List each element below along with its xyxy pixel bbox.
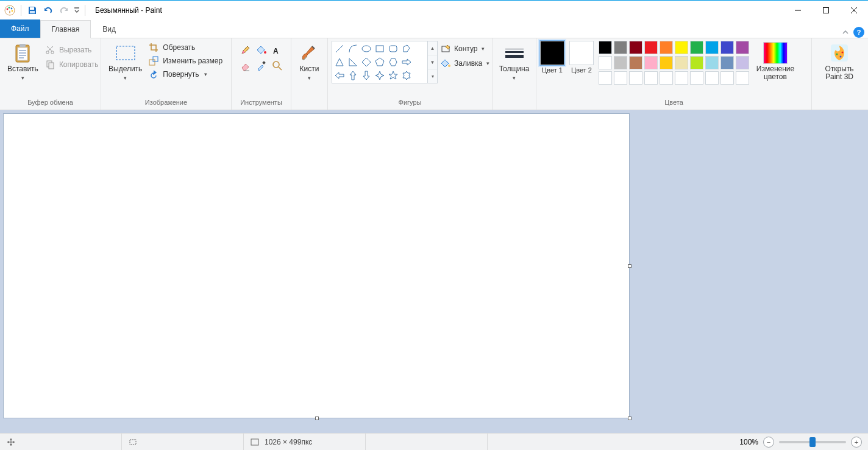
shapes-scroll[interactable]: ▲ ▼ ▾ xyxy=(428,41,438,83)
zoom-out-button[interactable]: − xyxy=(763,437,774,448)
palette-color[interactable] xyxy=(599,41,612,54)
ribbon-tabs: Файл Главная Вид ? xyxy=(0,20,868,38)
color1-button[interactable]: Цвет 1 xyxy=(540,41,564,74)
shape-polygon[interactable] xyxy=(400,42,413,55)
shape-curve[interactable] xyxy=(346,42,360,55)
group-tools: A Инструменты xyxy=(232,38,291,110)
shape-6star[interactable] xyxy=(400,69,413,82)
canvas-handle-bottom[interactable] xyxy=(315,417,319,420)
palette-color[interactable] xyxy=(675,56,688,69)
palette-color[interactable] xyxy=(614,71,627,85)
scroll-down-icon[interactable]: ▼ xyxy=(428,55,437,69)
select-button[interactable]: Выделить ▾ xyxy=(105,41,146,82)
shape-line[interactable] xyxy=(333,42,346,55)
shapes-gallery[interactable] xyxy=(332,41,428,83)
canvas-handle-right[interactable] xyxy=(628,264,631,268)
palette-color[interactable] xyxy=(690,56,703,69)
palette-color[interactable] xyxy=(629,41,642,54)
magnifier-tool[interactable] xyxy=(269,58,285,74)
tab-file[interactable]: Файл xyxy=(0,19,40,38)
shape-oval[interactable] xyxy=(360,42,373,55)
open-paint3d-button[interactable]: Открыть Paint 3D xyxy=(816,41,863,81)
zoom-slider[interactable] xyxy=(779,441,846,443)
shape-arrow-left[interactable] xyxy=(333,69,346,82)
shape-arrow-right[interactable] xyxy=(400,55,413,69)
minimize-button[interactable] xyxy=(784,1,812,20)
undo-icon[interactable] xyxy=(41,3,55,18)
pencil-tool[interactable] xyxy=(238,42,254,58)
shape-arrow-down[interactable] xyxy=(360,69,373,82)
redo-icon[interactable] xyxy=(57,3,71,18)
qat-customize-dropdown[interactable] xyxy=(73,3,81,18)
shape-5star[interactable] xyxy=(386,69,400,82)
drawing-canvas[interactable] xyxy=(4,114,629,418)
app-icon[interactable] xyxy=(2,3,17,18)
fill-bucket-icon xyxy=(440,58,451,69)
rotate-button[interactable]: Повернуть▾ xyxy=(148,69,222,80)
svg-rect-20 xyxy=(262,61,266,65)
collapse-ribbon-icon[interactable] xyxy=(841,28,850,37)
palette-color[interactable] xyxy=(690,71,703,85)
palette-color[interactable] xyxy=(690,41,703,54)
palette-color[interactable] xyxy=(644,71,658,85)
shape-4star[interactable] xyxy=(373,69,386,82)
help-icon[interactable]: ? xyxy=(853,27,864,38)
shape-arrow-up[interactable] xyxy=(346,69,360,82)
palette-color[interactable] xyxy=(644,56,658,69)
paste-button[interactable]: Вставить ▾ xyxy=(4,41,42,82)
palette-color[interactable] xyxy=(660,71,673,85)
shape-triangle[interactable] xyxy=(333,55,346,69)
shape-diamond[interactable] xyxy=(360,55,373,69)
palette-color[interactable] xyxy=(614,56,627,69)
palette-color[interactable] xyxy=(736,56,749,69)
shape-pentagon[interactable] xyxy=(373,55,386,69)
eraser-tool[interactable] xyxy=(238,58,254,74)
shape-hexagon[interactable] xyxy=(386,55,400,69)
cut-button[interactable]: Вырезать xyxy=(44,44,99,55)
tab-view[interactable]: Вид xyxy=(91,20,127,38)
palette-color[interactable] xyxy=(720,71,734,85)
tab-home[interactable]: Главная xyxy=(40,20,91,38)
save-icon[interactable] xyxy=(25,3,40,18)
palette-color[interactable] xyxy=(720,56,734,69)
workspace[interactable] xyxy=(0,110,868,433)
palette-color[interactable] xyxy=(644,41,658,54)
shapes-expand-icon[interactable]: ▾ xyxy=(428,69,437,83)
palette-color[interactable] xyxy=(614,41,627,54)
zoom-in-button[interactable]: + xyxy=(851,437,862,448)
shape-fill-button[interactable]: Заливка▾ xyxy=(440,58,489,69)
thickness-button[interactable]: Толщина ▾ xyxy=(496,41,533,82)
palette-color[interactable] xyxy=(599,71,612,85)
text-tool[interactable]: A xyxy=(269,42,285,58)
shape-roundrect[interactable] xyxy=(386,42,400,55)
palette-color[interactable] xyxy=(629,71,642,85)
brushes-button[interactable]: Кисти ▾ xyxy=(296,41,324,82)
picker-tool[interactable] xyxy=(254,58,269,74)
palette-color[interactable] xyxy=(660,41,673,54)
palette-color[interactable] xyxy=(720,41,734,54)
shape-rect[interactable] xyxy=(373,42,386,55)
zoom-slider-thumb[interactable] xyxy=(809,437,816,447)
palette-color[interactable] xyxy=(599,56,612,69)
palette-color[interactable] xyxy=(629,56,642,69)
palette-color[interactable] xyxy=(705,71,719,85)
edit-colors-button[interactable]: Изменение цветов xyxy=(754,41,797,81)
crop-button[interactable]: Обрезать xyxy=(148,42,222,53)
copy-button[interactable]: Копировать xyxy=(44,59,99,70)
palette-color[interactable] xyxy=(736,71,749,85)
maximize-button[interactable] xyxy=(812,1,840,20)
fill-tool[interactable] xyxy=(254,42,269,58)
close-button[interactable] xyxy=(840,1,868,20)
palette-color[interactable] xyxy=(660,56,673,69)
palette-color[interactable] xyxy=(705,41,719,54)
palette-color[interactable] xyxy=(675,71,688,85)
palette-color[interactable] xyxy=(675,41,688,54)
palette-color[interactable] xyxy=(705,56,719,69)
canvas-handle-corner[interactable] xyxy=(628,417,631,420)
shape-right-triangle[interactable] xyxy=(346,55,360,69)
palette-color[interactable] xyxy=(736,41,749,54)
shape-outline-button[interactable]: Контур▾ xyxy=(440,43,489,54)
resize-button[interactable]: Изменить размер xyxy=(148,55,222,66)
scroll-up-icon[interactable]: ▲ xyxy=(428,41,437,55)
color2-button[interactable]: Цвет 2 xyxy=(569,41,594,74)
